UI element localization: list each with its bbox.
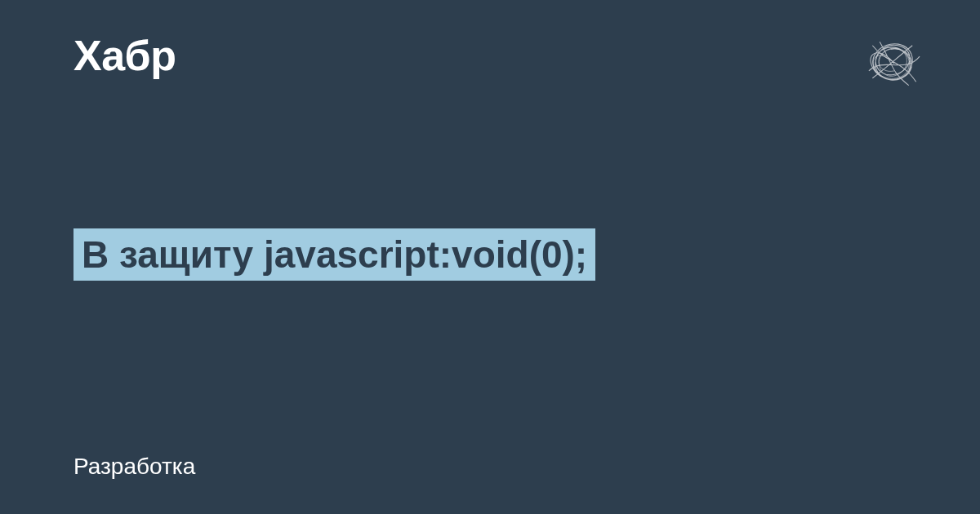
footer: Разработка xyxy=(74,454,195,480)
category-label: Разработка xyxy=(74,454,195,480)
scribble-icon xyxy=(858,31,931,96)
article-title: В защиту javascript:void(0); xyxy=(74,228,595,281)
site-logo-text: Хабр xyxy=(74,31,176,80)
main-content: В защиту javascript:void(0); xyxy=(74,228,906,281)
header: Хабр xyxy=(74,31,931,96)
